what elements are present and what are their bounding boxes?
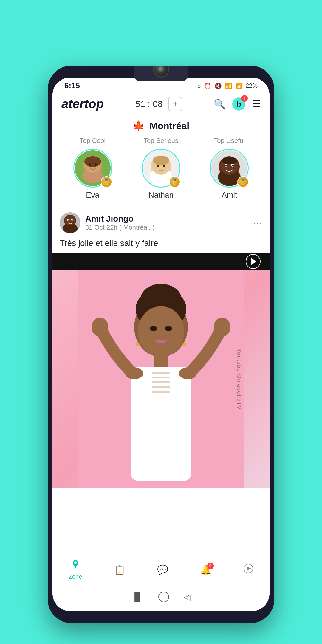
post-card: Amit Jiongo 31 Oct 22h ( Montréal, ) ···… <box>52 207 270 253</box>
app-logo: atertop <box>61 97 104 111</box>
phone-screen: 6:15 ⌂ ⏰ 🔇 📶 📶 22% atertop 51 : 08 + 🔍 <box>52 78 270 611</box>
phone-frame: 6:15 ⌂ ⏰ 🔇 📶 📶 22% atertop 51 : 08 + 🔍 <box>48 66 274 623</box>
post-meta: 31 Oct 22h ( Montréal, ) <box>85 224 154 231</box>
menu-icon[interactable]: ☰ <box>252 98 261 110</box>
svg-point-37 <box>165 326 172 331</box>
search-icon[interactable]: 🔍 <box>214 98 226 110</box>
svg-point-29 <box>68 220 69 221</box>
top-serious-label: Top Serious <box>144 137 178 145</box>
top-useful-label: Top Useful <box>214 137 245 145</box>
notification-icon: 🔔 0 <box>200 564 211 575</box>
nav-chat[interactable]: 💬 <box>157 564 168 575</box>
top-user-cool[interactable]: Top Cool <box>73 137 112 200</box>
post-text: Très jolie et elle sait y faire <box>60 237 262 249</box>
app-header-right: 🔍 b 4 ☰ <box>214 97 261 111</box>
camera-bump <box>134 66 188 81</box>
b-logo-button[interactable]: b 4 <box>232 97 245 111</box>
svg-point-36 <box>150 326 157 331</box>
notification-badge: 4 <box>241 95 248 102</box>
status-time: 6:15 <box>64 81 80 90</box>
location-city: Montréal <box>150 120 189 131</box>
nav-notifications[interactable]: 🔔 0 <box>200 564 211 575</box>
location-flag: 🍁 <box>133 120 145 131</box>
svg-rect-39 <box>131 367 191 481</box>
svg-rect-38 <box>154 353 168 368</box>
signal-icon: 📶 <box>235 82 243 89</box>
amit-avatar-container: 🏅 <box>210 149 249 188</box>
camera-lens <box>153 66 169 78</box>
post-user-name: Amit Jiongo <box>85 214 154 224</box>
posts-icon: 📋 <box>114 564 125 575</box>
post-more-button[interactable]: ··· <box>253 218 262 228</box>
svg-point-47 <box>92 318 108 337</box>
top-user-serious[interactable]: Top Serious <box>142 137 180 200</box>
svg-rect-43 <box>152 386 170 388</box>
nathan-name: Nathan <box>148 191 174 200</box>
nathan-avatar-container: 🏅 <box>142 149 180 188</box>
play-icon <box>251 258 256 265</box>
home-button[interactable] <box>158 592 169 602</box>
svg-point-30 <box>72 220 73 221</box>
amit-name: Amit <box>222 191 237 200</box>
svg-point-50 <box>182 343 186 346</box>
video-bar <box>52 253 270 270</box>
add-button[interactable]: + <box>168 97 182 111</box>
svg-rect-42 <box>152 381 170 383</box>
amit-medal: 🏅 <box>237 176 249 188</box>
home-icon: ⌂ <box>197 82 201 89</box>
svg-point-49 <box>136 343 140 346</box>
post-header: Amit Jiongo 31 Oct 22h ( Montréal, ) ··· <box>60 212 262 233</box>
eva-medal: 🏅 <box>101 176 112 188</box>
notification-count-badge: 0 <box>207 563 214 569</box>
svg-marker-53 <box>247 566 251 571</box>
wifi-icon: 📶 <box>225 82 232 89</box>
add-icon: + <box>173 99 178 109</box>
nav-zone[interactable]: Zone <box>69 559 82 580</box>
svg-point-51 <box>74 561 77 564</box>
home-indicator-area: ▐▌ ◁ <box>52 592 270 602</box>
svg-rect-40 <box>152 372 170 374</box>
recent-apps-button[interactable]: ▐▌ <box>131 592 143 602</box>
top-user-useful[interactable]: Top Useful <box>210 137 249 200</box>
chat-icon: 💬 <box>157 564 168 575</box>
app-header-center: 51 : 08 + <box>135 97 182 111</box>
play-button[interactable] <box>246 254 261 269</box>
zone-icon <box>70 559 80 572</box>
mute-icon: 🔇 <box>214 82 222 89</box>
svg-rect-41 <box>152 377 170 378</box>
status-icons: ⌂ ⏰ 🔇 📶 📶 22% <box>197 82 258 89</box>
video-watermark: Youtube OmabelleTV <box>236 349 242 410</box>
app-header: atertop 51 : 08 + 🔍 b 4 ☰ <box>52 94 270 116</box>
nav-zone-label: Zone <box>69 573 82 580</box>
post-user[interactable]: Amit Jiongo 31 Oct 22h ( Montréal, ) <box>60 212 154 233</box>
location-bar: 🍁 Montréal <box>52 116 270 134</box>
svg-point-48 <box>214 318 230 337</box>
back-button[interactable]: ◁ <box>184 592 191 602</box>
top-cool-label: Top Cool <box>80 137 106 145</box>
timer-display: 51 : 08 <box>135 99 163 109</box>
eva-name: Eva <box>86 191 99 200</box>
svg-point-35 <box>138 306 184 357</box>
nathan-medal: 🏅 <box>169 176 180 188</box>
nav-media[interactable] <box>243 564 253 576</box>
bottom-nav: Zone 📋 💬 🔔 0 <box>52 555 270 584</box>
post-avatar <box>60 212 80 233</box>
battery-icon: 22% <box>246 82 258 89</box>
post-user-info: Amit Jiongo 31 Oct 22h ( Montréal, ) <box>85 214 154 231</box>
svg-rect-44 <box>152 391 170 393</box>
nav-posts[interactable]: 📋 <box>114 564 125 575</box>
alarm-icon: ⏰ <box>204 82 211 89</box>
media-icon <box>243 564 253 576</box>
video-thumbnail[interactable]: Youtube OmabelleTV <box>52 270 270 488</box>
eva-avatar-container: 🏅 <box>73 149 112 188</box>
top-users-section: Top Cool <box>52 134 270 206</box>
